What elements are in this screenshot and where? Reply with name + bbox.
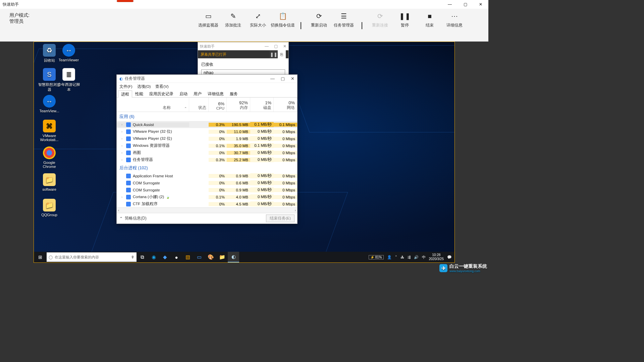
expand-chevron-icon[interactable]: › [121,144,124,147]
volume-icon[interactable]: 🔊 [414,255,419,259]
toolbar-toggle-channel-button[interactable]: 📋切换指令信道 [270,9,295,41]
process-row[interactable]: ›Quick Assist0.3%190.5 MB0.1 MB/秒0.1 Mbp… [117,121,297,128]
toolbar-pause-button[interactable]: ❚❚暂停 [392,9,417,41]
process-row[interactable]: ›任务管理器0.3%25.2 MB0 MB/秒0 Mbps [117,156,297,163]
action-center-icon[interactable]: 💬 [447,255,452,259]
minimize-button[interactable]: — [442,0,458,9]
expand-chevron-icon[interactable]: › [121,137,124,140]
menu-view[interactable]: 查看(V) [155,84,168,89]
expand-chevron-icon[interactable]: › [121,130,124,133]
clock[interactable]: 10:282020/3/25 [429,253,444,261]
remote-taskbar[interactable]: ⊞ ◯ 在这里输入你要搜索的内容 🎙 ⧉ ◉ ◆ ● ▧ ▭ 🎨 📁 ◐ ⚡81… [34,252,454,262]
process-row[interactable]: COM Surrogate0%0.6 MB0 MB/秒0 Mbps [117,179,297,186]
wifi-icon[interactable]: ⇶ [408,255,411,259]
process-row[interactable]: ›Cortana (小娜) (2) 🍃0.1%4.0 MB0 MB/秒0 Mbp… [117,193,297,200]
expand-chevron-icon[interactable]: › [121,158,124,162]
quickassist-titlebar[interactable]: 快速助手 — ▢ ✕ [0,0,488,9]
process-table-header[interactable]: 名称⌃ 状态 6%CPU 92%内存 1%磁盘 0%网络 [117,98,297,112]
tab-启动[interactable]: 启动 [176,90,191,97]
expand-chevron-icon[interactable]: › [121,123,124,126]
desktop-icon-teamviewer2[interactable]: ↔TeamView... [37,95,61,113]
tab-用户[interactable]: 用户 [191,90,205,97]
tab-详细信息[interactable]: 详细信息 [205,90,227,97]
close-button[interactable]: ✕ [473,0,488,9]
taskbar-app-edge[interactable]: ◉ [148,252,159,262]
taskbar-app-vmware[interactable]: ▧ [182,252,194,262]
system-tray[interactable]: ⚡81% 👤 ˄ 🖧 ⇶ 🔊 中 10:282020/3/25 💬 [366,253,454,261]
maximize-button[interactable]: ▢ [458,0,473,9]
expand-chevron-icon[interactable]: › [121,195,124,199]
toolbar-actual-size-button[interactable]: ⤢实际大小 [246,9,270,41]
process-net: 0 Mbps [274,195,297,199]
mic-icon[interactable]: 🎙 [131,255,135,259]
task-manager-tabs[interactable]: 进程性能应用历史记录启动用户详细信息服务 [117,90,297,98]
tab-应用历史记录[interactable]: 应用历史记录 [146,90,176,97]
tm-close-button[interactable]: ✕ [291,76,294,81]
tray-chevron-icon[interactable]: ˄ [395,255,397,259]
process-row[interactable]: Application Frame Host0%0.9 MB0 MB/秒0 Mb… [117,172,297,179]
col-disk[interactable]: 1%磁盘 [250,98,274,112]
ime-indicator[interactable]: 中 [422,255,426,260]
desktop-icon-shaonian-script[interactable]: ≣少年西游记脚本 [57,68,81,92]
remote-viewport[interactable]: ♻回收站↔TeamViewerS智慧联想浏览器≣少年西游记脚本↔TeamView… [34,42,455,263]
battery-indicator[interactable]: ⚡81% [369,255,383,259]
tm-minimize-button[interactable]: — [270,76,275,81]
col-network[interactable]: 0%网络 [274,98,297,112]
remote-qas-minimize-button[interactable]: — [265,44,269,49]
toolbar-task-manager-button[interactable]: ☰任务管理器 [331,9,356,41]
tab-服务[interactable]: 服务 [227,90,241,97]
desktop-icon-qqgroup[interactable]: 📁QQGroup [37,199,61,217]
chevron-up-icon: ⌃ [119,216,123,221]
col-cpu[interactable]: 6%CPU [209,98,227,112]
remote-quickassist-window[interactable]: 快速助手 — ▢ ✕ 屏幕共享已打开 ❚❚ ⎘ 已接收 [198,42,289,78]
taskbar-app-taskmanager[interactable]: ◐ [228,252,239,262]
desktop-icon-software[interactable]: 📁software [37,173,61,191]
process-row[interactable]: ›Windows 资源管理器0.1%35.0 MB0.1 MB/秒0 Mbps [117,142,297,149]
col-status[interactable]: 状态 [189,98,209,112]
start-button[interactable]: ⊞ [34,254,47,260]
toolbar-select-monitor-button[interactable]: ▭选择监视器 [196,9,221,41]
popout-button[interactable]: ⎘ [278,50,286,58]
col-memory[interactable]: 92%内存 [227,98,250,112]
task-manager-titlebar[interactable]: ◐ 任务管理器 — ▢ ✕ [117,75,297,83]
process-row[interactable]: ›画图0%30.7 MB0 MB/秒0 Mbps [117,149,297,156]
process-row[interactable]: ›VMware Player (32 位)0%11.0 MB0 MB/秒0 Mb… [117,128,297,135]
task-view-button[interactable]: ⧉ [137,252,148,262]
end-task-button[interactable]: 结束任务(E) [266,215,294,222]
menu-file[interactable]: 文件(F) [119,84,132,89]
menu-options[interactable]: 选项(O) [137,84,151,89]
remote-quickassist-titlebar[interactable]: 快速助手 — ▢ ✕ [198,42,288,50]
people-icon[interactable]: 👤 [387,255,392,259]
taskbar-app-lenovo[interactable]: ◆ [159,252,171,262]
process-row[interactable]: COM Surrogate0%0.9 MB0 MB/秒0 Mbps [117,186,297,193]
taskbar-search[interactable]: ◯ 在这里输入你要搜索的内容 🎙 [47,252,137,262]
tm-maximize-button[interactable]: ▢ [281,76,285,81]
task-manager-window[interactable]: ◐ 任务管理器 — ▢ ✕ 文件(F) 选项(O) 查看(V) 进程性能应用历史… [116,74,298,224]
desktop-icon-teamviewer[interactable]: ↔TeamViewer [57,44,81,62]
remote-qas-close-button[interactable]: ✕ [283,44,286,49]
remote-qas-maximize-button[interactable]: ▢ [274,44,278,49]
taskbar-app-quickassist[interactable]: ▭ [194,252,205,262]
tab-进程[interactable]: 进程 [118,90,132,98]
process-cpu: 0.1% [209,144,227,148]
toolbar-end-button[interactable]: ■结束 [417,9,442,41]
task-manager-menu[interactable]: 文件(F) 选项(O) 查看(V) [117,83,297,90]
process-row[interactable]: ›VMware Player (32 位)0%1.9 MB0 MB/秒0 Mbp… [117,135,297,142]
desktop-icon-vmware-ws[interactable]: ⌘VMware Workstati... [37,120,61,142]
taskbar-app-chrome[interactable]: ● [171,252,182,262]
pause-sharing-button[interactable]: ❚❚ [270,50,278,58]
taskbar-app-paint[interactable]: 🎨 [205,252,216,262]
toolbar-restart-button[interactable]: ⟳重新启动 [307,9,331,41]
horizontal-scrollbar[interactable]: ‹› [117,207,297,213]
process-table-body[interactable]: 应用 (6)›Quick Assist0.3%190.5 MB0.1 MB/秒0… [117,112,297,207]
col-name[interactable]: 名称 [163,105,171,110]
desktop-icon-chrome[interactable]: Google Chrome [37,146,61,169]
process-row[interactable]: CTF 加载程序0%4.5 MB0 MB/秒0 Mbps [117,200,297,207]
network-icon[interactable]: 🖧 [400,255,404,259]
tab-性能[interactable]: 性能 [132,90,146,97]
toolbar-details-button[interactable]: ⋯详细信息 [442,9,467,41]
expand-chevron-icon[interactable]: › [121,151,124,155]
taskbar-app-explorer[interactable]: 📁 [216,252,228,262]
fewer-details-button[interactable]: ⌃简略信息(D) [119,216,147,221]
toolbar-annotate-button[interactable]: ✎添加批注 [221,9,246,41]
